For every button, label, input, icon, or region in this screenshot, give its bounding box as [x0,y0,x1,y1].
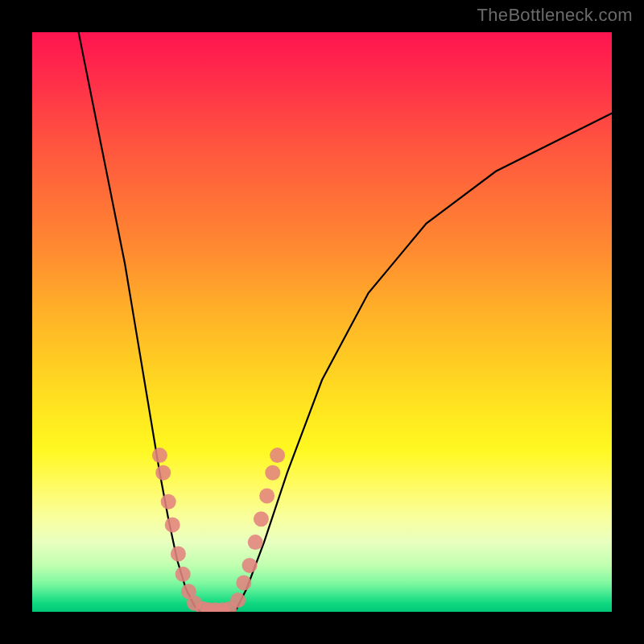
data-point [270,448,285,463]
data-point [165,518,180,533]
data-beads [152,448,285,612]
data-point [230,592,246,608]
data-point [248,535,263,550]
data-point [259,489,275,504]
plot-area [32,32,612,612]
data-point [161,494,176,510]
data-point [236,576,251,591]
data-point [155,465,171,481]
curve-layer [32,32,612,612]
watermark-text: TheBottleneck.com [477,5,633,26]
data-point [265,465,280,481]
bottleneck-curve [79,32,612,612]
data-point [242,558,258,573]
chart-frame: TheBottleneck.com [0,0,644,644]
data-point [171,547,186,562]
data-point [152,448,167,463]
data-point [254,511,269,526]
data-point [175,567,191,582]
